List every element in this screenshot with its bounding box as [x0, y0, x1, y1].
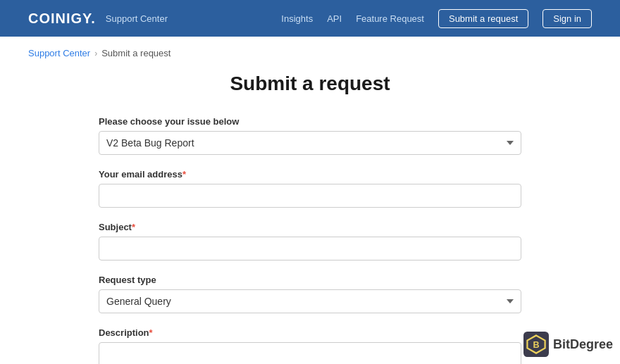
- issue-group: Please choose your issue below V2 Beta B…: [99, 116, 521, 155]
- nav-submit-request-button[interactable]: Submit a request: [438, 9, 528, 28]
- issue-select[interactable]: V2 Beta Bug Report General Inquiry Billi…: [99, 131, 521, 155]
- main-content: Submit a request Please choose your issu…: [70, 58, 550, 364]
- svg-text:B: B: [533, 340, 539, 350]
- support-center-label: Support Center: [106, 13, 168, 24]
- description-group: Description*: [99, 327, 521, 364]
- header-nav: Insights API Feature Request Submit a re…: [281, 9, 592, 28]
- description-label: Description*: [99, 327, 521, 338]
- email-group: Your email address*: [99, 169, 521, 208]
- breadcrumb: Support Center › Submit a request: [28, 48, 592, 58]
- breadcrumb-area: Support Center › Submit a request: [0, 37, 620, 58]
- email-required: *: [182, 169, 186, 180]
- issue-label: Please choose your issue below: [99, 116, 521, 127]
- email-input[interactable]: [99, 184, 521, 208]
- nav-sign-in-button[interactable]: Sign in: [542, 9, 592, 28]
- email-label: Your email address*: [99, 169, 521, 180]
- bitdegree-logo-icon: B: [523, 332, 549, 357]
- breadcrumb-home[interactable]: Support Center: [28, 48, 90, 58]
- header-left: COINIGY. Support Center: [28, 11, 168, 27]
- header: COINIGY. Support Center Insights API Fea…: [0, 0, 620, 37]
- nav-insights[interactable]: Insights: [281, 13, 313, 24]
- description-required: *: [149, 327, 153, 338]
- request-type-select[interactable]: General Query Bug Report Feature Request: [99, 289, 521, 313]
- request-type-label: Request type: [99, 275, 521, 285]
- subject-label: Subject*: [99, 222, 521, 232]
- watermark: B BitDegree: [523, 332, 613, 357]
- subject-input[interactable]: [99, 237, 521, 261]
- subject-group: Subject*: [99, 222, 521, 261]
- nav-feature-request[interactable]: Feature Request: [356, 13, 424, 24]
- description-textarea[interactable]: [99, 342, 521, 364]
- request-type-group: Request type General Query Bug Report Fe…: [99, 275, 521, 313]
- page-title: Submit a request: [99, 73, 521, 95]
- subject-required: *: [132, 222, 135, 232]
- bitdegree-label: BitDegree: [553, 337, 613, 352]
- logo: COINIGY.: [28, 11, 96, 27]
- breadcrumb-separator: ›: [94, 49, 97, 58]
- nav-api[interactable]: API: [327, 13, 342, 24]
- breadcrumb-current: Submit a request: [101, 48, 170, 58]
- submit-request-form: Please choose your issue below V2 Beta B…: [99, 116, 521, 364]
